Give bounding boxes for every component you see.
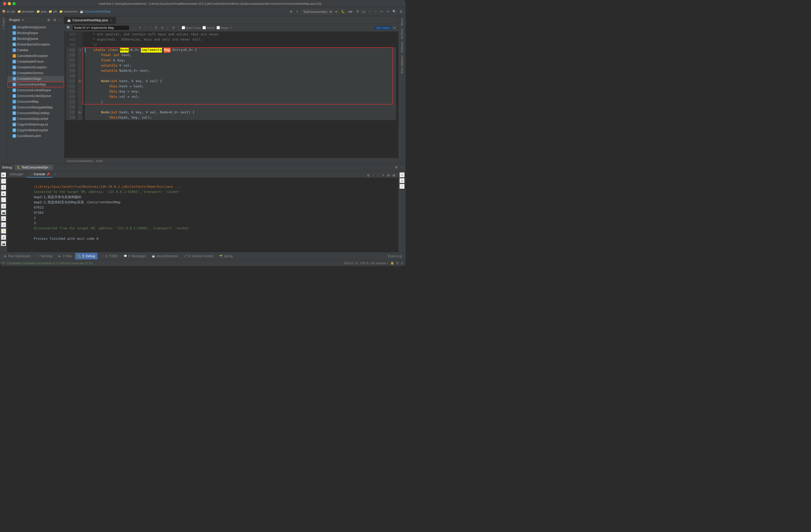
console-pin[interactable]: 📌 (46, 173, 50, 176)
toolbar-copy-btn[interactable]: ⧉ (289, 9, 293, 14)
search-close-x-btn[interactable]: ✕ (138, 26, 142, 30)
search-multiline-btn[interactable]: ↕ (166, 26, 170, 30)
regex-help[interactable]: ? (231, 26, 232, 29)
regex-checkbox[interactable] (216, 26, 220, 29)
sidebar-item-CopyOnWriteArrayList[interactable]: C CopyOnWriteArrayList (7, 122, 64, 127)
breadcrumb-concurrent[interactable]: 📁 concurrent (59, 10, 77, 13)
debug-right-align-btn[interactable]: ☰ (399, 172, 405, 178)
toolbar-nav-btn[interactable]: ↗ (295, 9, 299, 14)
console-down-btn[interactable]: ↓ (377, 173, 380, 178)
project-settings-btn[interactable]: ⚙ (46, 18, 51, 22)
tab-run-dashboard[interactable]: ▶ Run Dashboard (1, 253, 33, 259)
debug-frames-btn[interactable]: ⊞ (1, 203, 6, 209)
debug-resume-btn[interactable]: ▶ (1, 172, 6, 178)
tab-spring[interactable]: 🌱 Spring (216, 253, 235, 259)
sidebar-item-CancellationException[interactable]: A CancellationException (7, 53, 64, 59)
minimize-button[interactable] (8, 2, 11, 5)
sidebar-item-CompletableFuture[interactable]: C CompletableFuture (7, 59, 64, 64)
breadcrumb-util[interactable]: 📁 util (49, 10, 57, 13)
debugger-tab[interactable]: Debugger (7, 171, 26, 178)
encoding[interactable]: UTF-8 (360, 262, 368, 265)
maximize-button[interactable] (13, 2, 16, 5)
debug-trash-btn[interactable]: 🗑 (1, 234, 6, 240)
line-separator[interactable]: LF (355, 262, 358, 265)
editor-tab-close[interactable]: × (109, 18, 113, 22)
sidebar-item-ConcurrentSkipListMap[interactable]: C ConcurrentSkipListMap (7, 110, 64, 116)
undo-btn[interactable]: ↩ (380, 9, 384, 14)
bean-validation-panel-label[interactable]: Bean Validation (400, 54, 404, 74)
search-next-btn[interactable]: ↑ (143, 26, 148, 30)
tab-debug[interactable]: 🐛 5: Debug (75, 253, 98, 259)
words-option[interactable]: Words (202, 26, 215, 29)
sidebar-item-ConcurrentLinkedDeque[interactable]: C ConcurrentLinkedDeque (7, 87, 64, 93)
sidebar-item-ConcurrentLinkedQueue[interactable]: C ConcurrentLinkedQueue (7, 93, 64, 99)
debug-pause-btn[interactable]: ⏸ (1, 185, 6, 190)
search-prev-btn[interactable]: ← (131, 26, 136, 30)
run-btn[interactable]: ▶ (335, 9, 339, 14)
sidebar-item-ConcurrentHashMap[interactable]: C ConcurrentHashMap (7, 82, 64, 87)
console-filter-btn[interactable]: ⊞ (392, 173, 396, 178)
match-case-option[interactable]: Match Case (182, 26, 201, 29)
sidebar-item-BlockingQueue[interactable]: I BlockingQueue (7, 36, 64, 42)
debug-zoom-btn[interactable]: ⚡ (1, 228, 6, 234)
sidebar-item-BlockingDeque[interactable]: I BlockingDeque (7, 30, 64, 36)
project-close-btn[interactable]: − (58, 18, 62, 22)
git-update-btn[interactable]: ✓ (373, 9, 378, 14)
console-align-btn[interactable]: ☰ (366, 173, 371, 178)
sidebar-item-CompletionException[interactable]: C CompletionException (7, 64, 64, 70)
editor-tab-ConcurrentHashMap[interactable]: ☕ ConcurrentHashMap.java × (64, 17, 116, 24)
debug-capture-btn[interactable]: 📷 (1, 210, 6, 215)
debug-settings-btn[interactable]: ⚙ (394, 165, 399, 169)
debug-btn[interactable]: 🐛 (340, 9, 346, 14)
run-config-select[interactable]: TestConcurrentSyn (301, 9, 333, 14)
console-tab[interactable]: ⬛ Console 📌 (26, 171, 52, 178)
warning-status-icon[interactable]: ⚠ (401, 261, 403, 265)
add-console-btn[interactable]: + (52, 171, 58, 178)
debug-red-dot[interactable]: ● (1, 216, 6, 222)
search-everywhere-btn[interactable]: 🔍 (392, 9, 397, 14)
settings-btn[interactable]: ☰ (399, 9, 403, 14)
console-up-btn[interactable]: ↑ (372, 173, 376, 178)
database-panel-label[interactable]: Database (400, 41, 404, 54)
debug-right-expand-btn[interactable]: ⤢ (399, 184, 405, 189)
debug-right-grid-btn[interactable]: ⊞ (399, 178, 405, 184)
tab-event-log[interactable]: Event Log (385, 253, 404, 259)
match-case-checkbox[interactable] (182, 26, 185, 29)
sidebar-item-CompletionService[interactable]: I CompletionService (7, 70, 64, 76)
regex-option[interactable]: Regex (216, 26, 229, 29)
settings-status-icon[interactable]: ⚙ (396, 261, 399, 265)
tab-todo[interactable]: ✓ 6: TODO (98, 253, 120, 259)
ant-build-panel-label[interactable]: Ant Build (400, 28, 404, 40)
project-label[interactable]: 1: Project (2, 17, 5, 30)
console-step-btn[interactable]: ↗ (381, 173, 385, 178)
breadcrumb-javabase[interactable]: 📁 java.base (17, 10, 34, 13)
debug-tab-active[interactable]: 🐛 TestConcurrentSyn × (15, 165, 53, 170)
toolbar-extra-btn[interactable]: ⚙ (355, 9, 360, 14)
breadcrumb-classname[interactable]: ☕ ConcurrentHashMap (80, 10, 111, 13)
debug-close-btn[interactable]: − (400, 165, 403, 169)
maven-panel-label[interactable]: Maven (400, 17, 404, 27)
search-filter-btn[interactable]: ⊕ (160, 26, 165, 30)
search-down-btn[interactable]: ↓ (149, 26, 153, 30)
sidebar-item-ConcurrentNavigableMap[interactable]: I ConcurrentNavigableMap (7, 105, 64, 110)
debug-step-btn[interactable]: ↕ (1, 197, 6, 203)
search-close-btn[interactable]: ✕ (393, 26, 396, 30)
sidebar-item-BrokenBarrierException[interactable]: C BrokenBarrierException (7, 42, 64, 47)
tab-java-enterprise[interactable]: ☕ Java Enterprise (149, 253, 180, 259)
search-find-all-btn[interactable]: ☰ (154, 26, 159, 30)
debug-print-btn[interactable]: 🖨 (1, 222, 6, 228)
tab-version-control[interactable]: ⎇ 9: Version Control (181, 253, 215, 259)
cursor-position[interactable]: 626:24 (344, 262, 353, 265)
sidebar-item-ArrayBlockingQueue[interactable]: I ArrayBlockingQueue (7, 25, 64, 30)
project-gear-btn[interactable]: ⚙ (52, 18, 57, 22)
words-checkbox[interactable] (202, 26, 206, 29)
debug-tab-close[interactable]: × (49, 166, 51, 169)
sidebar-item-Callable[interactable]: I Callable (7, 47, 64, 53)
sidebar-item-ConcurrentMap[interactable]: I ConcurrentMap (7, 99, 64, 105)
console-clear-btn[interactable]: ⊟ (386, 173, 391, 178)
git-check-btn[interactable]: ✓ (368, 9, 372, 14)
redo-btn[interactable]: ↪ (385, 9, 390, 14)
debug-stop-btn[interactable]: ■ (1, 191, 6, 197)
close-button[interactable] (3, 2, 6, 5)
breadcrumb-java[interactable]: 📁 java (36, 10, 46, 13)
